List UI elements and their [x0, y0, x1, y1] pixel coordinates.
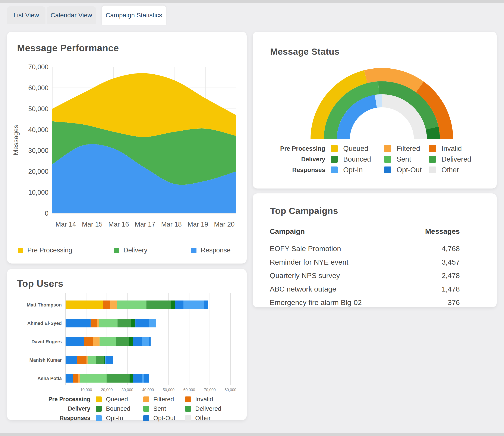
tu-bar-segment-delivered [117, 319, 131, 327]
legend-item-delivered[interactable]: Delivered [429, 155, 476, 163]
legend-label: Other [441, 166, 459, 174]
tab-calendar-view[interactable]: Calendar View [46, 6, 96, 24]
legend-swatch-icon [143, 397, 149, 402]
legend-item-delivered[interactable]: Delivered [185, 405, 228, 412]
legend-swatch-icon [96, 397, 102, 402]
legend-item-opt-in[interactable]: Opt-In [331, 166, 384, 174]
tu-x-tick: 70,000 [204, 388, 216, 392]
tu-x-tick: 50,000 [163, 388, 174, 392]
tu-user-label: Manish Kumar [29, 357, 62, 363]
legend-row-pre-processing: Pre ProcessingQueuedFilteredInvalid [261, 143, 476, 154]
mp-y-axis-title: Messages [12, 125, 20, 155]
legend-label: Queued [106, 396, 128, 403]
tu-user-label: Ahmed El-Syed [27, 321, 62, 326]
table-row: ABC network outage1,478 [270, 282, 460, 296]
campaign-messages-count: 4,768 [442, 244, 460, 253]
legend-item-filtered[interactable]: Filtered [143, 396, 185, 403]
tu-bar-segment-opt-in [149, 319, 156, 327]
mp-legend-item-delivery[interactable]: Delivery [114, 246, 147, 254]
message-performance-area-chart[interactable]: 70,00060,00050,00040,00030,00020,00010,0… [7, 53, 247, 241]
tu-bar-segment-sent [88, 356, 96, 364]
mp-x-tick: Mar 17 [135, 221, 155, 228]
tu-bar-segment-filtered [78, 374, 80, 383]
legend-item-other[interactable]: Other [429, 166, 476, 174]
mp-y-tick: 40,000 [28, 126, 48, 134]
legend-label: Filtered [153, 396, 174, 403]
dashboard-page: List View Calendar View Campaign Statist… [0, 0, 504, 436]
mp-y-tick: 50,000 [28, 105, 48, 113]
tu-bar-segment-opt-out [133, 337, 142, 346]
top-users-card: Top Users Matt ThompsonAhmed El-SyedDavi… [7, 269, 247, 420]
legend-swatch-icon [331, 145, 338, 152]
legend-category-label: Pre Processing [13, 396, 90, 403]
tu-bar-segment-bounced [104, 356, 105, 364]
tu-user-label: Matt Thompson [27, 302, 62, 307]
tab-list-view[interactable]: List View [7, 6, 45, 24]
bottom-window-strip [0, 433, 504, 436]
legend-swatch-icon [429, 145, 436, 152]
legend-item-opt-out[interactable]: Opt-Out [384, 166, 429, 174]
top-campaigns-card: Top Campaigns Campaign Messages EOFY Sal… [253, 194, 497, 307]
tu-user-label: Asha Potla [37, 376, 62, 381]
legend-item-filtered[interactable]: Filtered [384, 144, 429, 153]
legend-item-invalid[interactable]: Invalid [185, 396, 228, 403]
tu-bar-segment-delivered [146, 300, 171, 309]
message-status-donut-chart[interactable] [257, 59, 492, 141]
legend-item-opt-out[interactable]: Opt-Out [143, 415, 185, 422]
table-row: Quarterly NPS survey2,478 [270, 269, 460, 282]
campaign-messages-count: 1,478 [442, 285, 460, 293]
tu-bar-segment-opt-in [142, 337, 149, 346]
tu-bar-segment-invalid [84, 337, 93, 346]
legend-category-label: Delivery [13, 405, 90, 412]
legend-item-invalid[interactable]: Invalid [429, 144, 476, 153]
message-status-legend: Pre ProcessingQueuedFilteredInvalidDeliv… [261, 143, 476, 175]
legend-item-bounced[interactable]: Bounced [96, 405, 143, 412]
legend-item-other[interactable]: Other [185, 415, 228, 422]
legend-swatch-icon [331, 167, 338, 173]
tu-bar-segment-opt-out [106, 356, 113, 364]
tu-x-tick: 80,000 [225, 388, 236, 392]
legend-swatch-icon [331, 156, 338, 163]
legend-row-delivery: DeliveryBouncedSentDelivered [261, 154, 476, 165]
top-users-bar-chart[interactable]: Matt ThompsonAhmed El-SyedDavid RogersMa… [7, 289, 247, 396]
legend-swatch-icon [96, 406, 102, 412]
campaign-name: EOFY Sale Promotion [270, 244, 341, 253]
tu-bar-segment-opt-out [66, 356, 77, 364]
legend-swatch-icon [143, 415, 149, 421]
top-users-legend: Pre ProcessingQueuedFilteredInvalidDeliv… [13, 395, 228, 423]
tu-bar-segment-opt-out [66, 337, 84, 346]
legend-row-pre-processing: Pre ProcessingQueuedFilteredInvalid [13, 395, 228, 404]
legend-row-responses: ResponsesOpt-InOpt-OutOther [13, 413, 228, 423]
legend-label: Delivered [441, 155, 471, 163]
tu-bar-segment-invalid [73, 374, 78, 383]
tab-campaign-statistics[interactable]: Campaign Statistics [102, 6, 166, 25]
tu-bar-segment-invalid [103, 300, 110, 309]
legend-item-sent[interactable]: Sent [143, 405, 185, 412]
tu-bar-segment-opt-out [133, 374, 142, 383]
legend-swatch-icon [384, 145, 391, 152]
mp-x-tick: Mar 19 [188, 221, 208, 228]
campaign-messages-count: 2,478 [442, 271, 460, 280]
legend-swatch-icon [18, 248, 23, 253]
campaign-name: Reminder for NYE event [270, 258, 349, 266]
legend-item-bounced[interactable]: Bounced [331, 155, 384, 163]
legend-label: Opt-In [106, 415, 123, 422]
tu-bar-segment-delivered [96, 356, 104, 364]
top-campaigns-table-header: Campaign Messages [270, 227, 460, 235]
tu-bar-segment-filtered [93, 337, 99, 346]
tu-bar-segment-filtered [110, 300, 117, 309]
tu-bar-segment-sent [99, 319, 117, 327]
legend-item-queued[interactable]: Queued [96, 396, 143, 403]
tu-bar-segment-opt-in [142, 374, 144, 383]
legend-label: Invalid [441, 144, 462, 153]
legend-item-queued[interactable]: Queued [331, 144, 384, 153]
legend-item-sent[interactable]: Sent [384, 155, 429, 163]
legend-category-label: Responses [13, 415, 90, 421]
mp-y-tick: 30,000 [28, 147, 48, 154]
mp-legend-item-response[interactable]: Response [191, 246, 231, 254]
legend-item-opt-in[interactable]: Opt-In [96, 415, 143, 422]
campaign-messages-count: 3,457 [442, 258, 460, 266]
legend-label: Delivery [123, 246, 147, 254]
legend-label: Filtered [396, 144, 420, 153]
mp-legend-item-pre-processing[interactable]: Pre Processing [18, 246, 72, 254]
